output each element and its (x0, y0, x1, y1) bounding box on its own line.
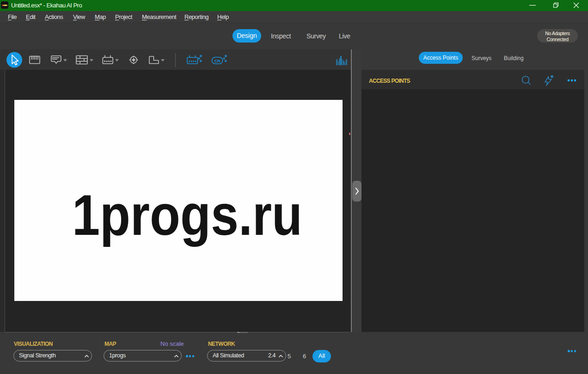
svg-text:CH: CH (214, 59, 220, 63)
